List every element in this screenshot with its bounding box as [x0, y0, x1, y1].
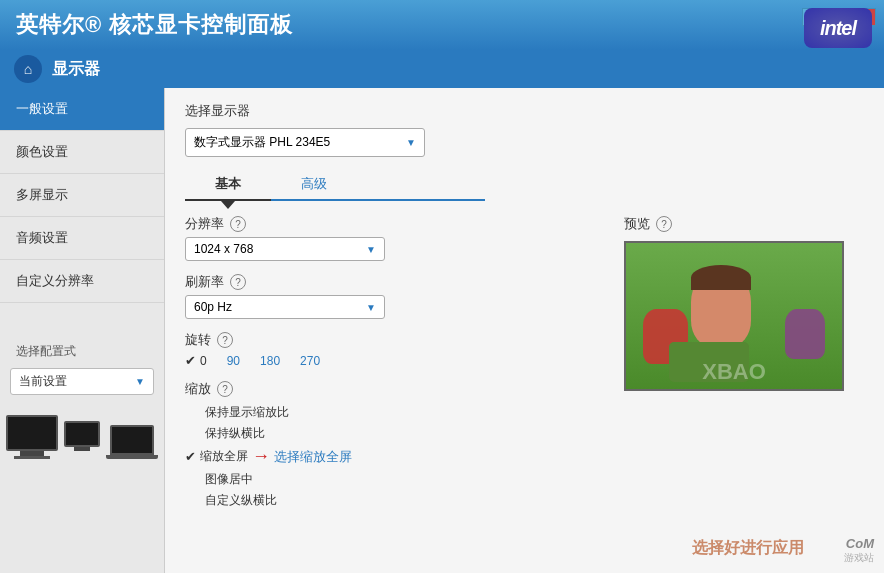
profile-section-label: 选择配置式 [0, 333, 164, 364]
tab-basic[interactable]: 基本 [185, 169, 271, 201]
corner-com-text: CoM [844, 536, 874, 551]
app-title: 英特尔® 核芯显卡控制面板 [16, 10, 293, 40]
rotation-270[interactable]: 270 [300, 354, 320, 368]
resolution-group: 分辨率 ? 1024 x 768 ▼ [185, 215, 604, 261]
bottom-watermark: 选择好进行应用 [692, 538, 804, 559]
scaling-help-icon[interactable]: ? [217, 381, 233, 397]
sidebar-item-general[interactable]: 一般设置 [0, 88, 164, 131]
preview-panel: 预览 ? [624, 215, 864, 511]
content-wrapper: 选择显示器 数字式显示器 PHL 234E5 ▼ 基本 高级 [185, 102, 864, 511]
corner-site-text: 游戏站 [844, 551, 874, 565]
refresh-rate-dropdown[interactable]: 60p Hz ▼ [185, 295, 385, 319]
scaling-custom-aspect[interactable]: 自定义纵横比 [185, 490, 604, 511]
scaling-label: 缩放 [185, 380, 211, 398]
watermark-text: XBAO [702, 359, 766, 385]
tab-advanced[interactable]: 高级 [271, 169, 357, 199]
home-icon[interactable]: ⌂ [14, 55, 42, 83]
scaling-maintain-aspect[interactable]: 保持纵横比 [185, 423, 604, 444]
monitor-select-label: 选择显示器 [185, 102, 864, 120]
refresh-rate-group: 刷新率 ? 60p Hz ▼ [185, 273, 604, 319]
rotation-0[interactable]: ✔0 [185, 353, 207, 368]
sidebar: 一般设置 颜色设置 多屏显示 音频设置 自定义分辨率 选择配置式 当前设置 ▼ [0, 88, 165, 573]
main-container: 一般设置 颜色设置 多屏显示 音频设置 自定义分辨率 选择配置式 当前设置 ▼ [0, 88, 884, 573]
sub-header: ⌂ 显示器 [0, 50, 884, 88]
refresh-rate-label: 刷新率 [185, 273, 224, 291]
content-area: 选择显示器 数字式显示器 PHL 234E5 ▼ 基本 高级 [165, 88, 884, 573]
monitor-illustration [0, 405, 164, 469]
intel-logo: intel [804, 8, 872, 48]
tabs-row: 基本 高级 [185, 169, 485, 201]
title-bar: 英特尔® 核芯显卡控制面板 － □ × intel [0, 0, 884, 50]
rotation-help-icon[interactable]: ? [217, 332, 233, 348]
scaling-group: 缩放 ? 保持显示缩放比 保持纵横比 ✔ 缩 [185, 380, 604, 511]
monitor-dropdown[interactable]: 数字式显示器 PHL 234E5 ▼ [185, 128, 425, 157]
sidebar-item-multiscreen[interactable]: 多屏显示 [0, 174, 164, 217]
rotation-label: 旋转 [185, 331, 211, 349]
rotation-180[interactable]: 180 [260, 354, 280, 368]
resolution-label: 分辨率 [185, 215, 224, 233]
scaling-maintain-display[interactable]: 保持显示缩放比 [185, 402, 604, 423]
preview-img-inner: XBAO [626, 243, 842, 389]
rotation-90[interactable]: 90 [227, 354, 240, 368]
preview-help-icon[interactable]: ? [656, 216, 672, 232]
rotation-options: ✔0 90 180 270 [185, 353, 604, 368]
section-title: 显示器 [52, 59, 100, 80]
profile-dropdown[interactable]: 当前设置 ▼ [10, 368, 154, 395]
resolution-help-icon[interactable]: ? [230, 216, 246, 232]
resolution-dropdown[interactable]: 1024 x 768 ▼ [185, 237, 385, 261]
preview-image: XBAO [624, 241, 844, 391]
scaling-fullscreen[interactable]: ✔ 缩放全屏 → 选择缩放全屏 [185, 444, 604, 469]
scaling-center[interactable]: 图像居中 [185, 469, 604, 490]
refresh-rate-help-icon[interactable]: ? [230, 274, 246, 290]
monitor-select-row: 数字式显示器 PHL 234E5 ▼ [185, 128, 864, 157]
preview-label: 预览 [624, 215, 650, 233]
tab-indicator [221, 201, 235, 209]
rotation-group: 旋转 ? ✔0 90 180 [185, 331, 604, 368]
corner-logo-area: CoM 游戏站 [844, 536, 874, 565]
sidebar-item-color[interactable]: 颜色设置 [0, 131, 164, 174]
sidebar-item-audio[interactable]: 音频设置 [0, 217, 164, 260]
sidebar-item-custom[interactable]: 自定义分辨率 [0, 260, 164, 303]
